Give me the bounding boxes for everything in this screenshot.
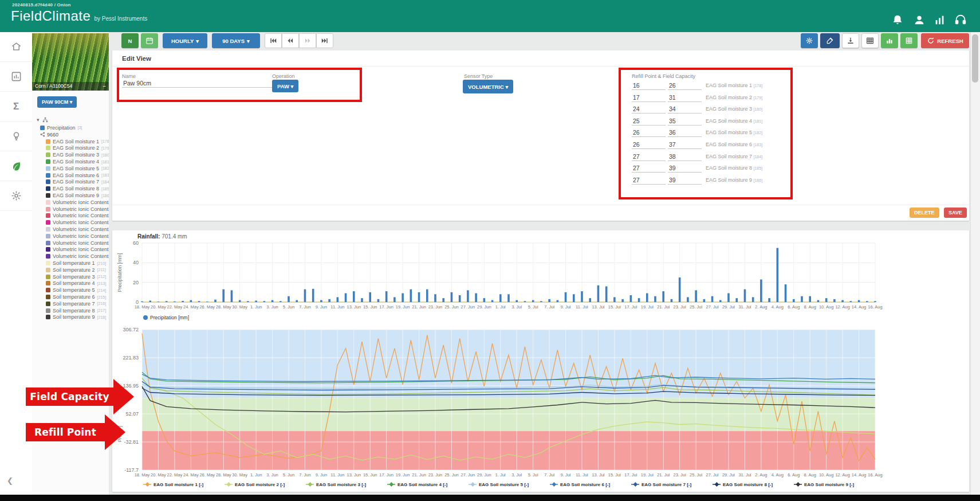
rainfall-legend[interactable]: Precipitation [mm] [143,315,189,320]
field-capacity-input[interactable] [668,117,702,126]
tree-item-soil-temperature[interactable]: Soil temperature 7[216] [36,300,109,307]
refill-point-input[interactable] [632,93,666,102]
settings-gear-icon[interactable] [0,181,32,211]
fast-backward-icon[interactable] [282,33,299,48]
minimize-icon[interactable]: − [103,82,106,91]
refill-point-input[interactable] [632,152,666,161]
svg-text:12. Aug: 12. Aug [835,304,849,310]
stations-icon[interactable] [934,14,946,26]
tree-item-soil-temperature[interactable]: Soil temperature 5[214] [36,287,109,293]
calendar-icon[interactable] [141,33,158,48]
tree-item-volumetric-ionic[interactable]: Volumetric Ionic Content 2[195] [36,206,109,213]
paw-legend-item[interactable]: EAG Soil moisture 2 [-] [225,482,285,487]
fast-forward-icon[interactable] [299,33,316,48]
tree-item-soil-temperature[interactable]: Soil temperature 3[212] [36,273,109,280]
tree-item-soil-moisture[interactable]: EAG Soil moisture 5[182] [36,165,109,172]
tree-item-soil-temperature[interactable]: Soil temperature 1[210] [36,260,109,267]
name-input[interactable] [122,79,272,88]
station-data-icon[interactable] [0,62,32,92]
refill-point-input[interactable] [632,117,666,126]
headset-icon[interactable] [954,14,967,26]
field-capacity-input[interactable] [668,164,702,173]
paw-legend-item[interactable]: EAG Soil moisture 7 [-] [631,482,691,487]
jump-now-button[interactable]: N [121,33,139,48]
svg-text:3. Jul: 3. Jul [511,304,522,310]
tree-item-soil-moisture[interactable]: EAG Soil moisture 1[178] [36,138,109,145]
edit-view-pencil-icon[interactable] [820,33,840,48]
scrollbar-thumb[interactable] [972,34,978,83]
tree-item-soil-temperature[interactable]: Soil temperature 6[215] [36,293,109,300]
paw-legend-item[interactable]: EAG Soil moisture 8 [-] [713,482,773,487]
download-icon[interactable] [842,33,859,48]
tree-item-volumetric-ionic[interactable]: Volumetric Ionic Content 4[197] [36,219,109,226]
field-capacity-input[interactable] [668,93,702,102]
field-capacity-input[interactable] [668,140,702,149]
tree-item-soil-moisture[interactable]: EAG Soil moisture 2[179] [36,145,109,152]
view-selector-button[interactable]: PAW 90CM ▾ [37,96,77,108]
tree-item-volumetric-ionic[interactable]: Volumetric Ionic Content 3[196] [36,213,109,220]
paw-legend-item[interactable]: EAG Soil moisture 3 [-] [306,482,366,487]
collapse-chevron-icon[interactable]: ❮ [7,476,13,485]
tree-item-volumetric-ionic[interactable]: Volumetric Ionic Content 6[199] [36,233,109,240]
refill-point-input[interactable] [632,140,666,149]
tree-item-soil-moisture[interactable]: EAG Soil moisture 3[180] [36,151,109,158]
cropzone-leaf-icon[interactable] [0,151,32,181]
user-icon[interactable] [913,14,926,26]
cumulative-sum-icon[interactable]: Σ [0,92,32,122]
field-capacity-input[interactable] [668,105,702,113]
tree-item-volumetric-ionic[interactable]: Volumetric Ionic Content 1[194] [36,199,109,206]
field-capacity-input[interactable] [668,176,702,185]
refresh-button[interactable]: REFRESH [921,33,969,48]
range-dropdown[interactable]: 90 DAYS ▾ [212,33,260,48]
sensor-color-swatch [46,261,50,265]
charts-canvas: 604020018. May20. May22. May24. May26. M… [112,230,969,492]
tree-item-soil-moisture[interactable]: EAG Soil moisture 6[183] [36,172,109,179]
paw-legend-item[interactable]: EAG Soil moisture 4 [-] [387,482,447,487]
sensor-label: Soil temperature 2 [53,267,95,273]
delete-button[interactable]: DELETE [910,208,939,218]
interval-dropdown[interactable]: HOURLY ▾ [163,33,207,48]
refill-point-input[interactable] [632,164,666,173]
tree-item-precipitation[interactable]: Precipitation[3] [36,124,109,131]
tree-item-soil-moisture[interactable]: EAG Soil moisture 9[186] [36,192,109,199]
tree-item-volumetric-ionic[interactable]: Volumetric Ionic Content 8[201] [36,246,109,253]
tree-item-soil-moisture[interactable]: EAG Soil moisture 4[181] [36,158,109,165]
tree-item-volumetric-ionic[interactable]: Volumetric Ionic Content 7[200] [36,240,109,246]
paw-legend-item[interactable]: EAG Soil moisture 5 [-] [469,482,529,487]
insights-bulb-icon[interactable] [0,122,32,151]
svg-text:4. Aug: 4. Aug [772,472,784,477]
chart-settings-gear-icon[interactable] [801,33,818,48]
field-capacity-input[interactable] [668,128,702,137]
operation-dropdown[interactable]: PAW ▾ [272,80,298,92]
save-button[interactable]: SAVE [944,208,967,218]
tree-item-soil-temperature[interactable]: Soil temperature 2[211] [36,267,109,273]
refill-point-input[interactable] [632,176,666,185]
skip-first-icon[interactable] [265,33,282,48]
tree-group-9660[interactable]: 9660 [36,131,109,138]
tree-item-soil-moisture[interactable]: EAG Soil moisture 8[185] [36,185,109,192]
field-capacity-input[interactable] [668,81,702,90]
data-table-icon[interactable] [861,33,879,48]
paw-legend-item[interactable]: EAG Soil moisture 9 [-] [794,482,854,487]
refill-point-input[interactable] [632,128,666,137]
tree-root[interactable]: ▾ [37,117,109,123]
paw-legend-item[interactable]: EAG Soil moisture 6 [-] [550,482,610,487]
paw-legend-item[interactable]: EAG Soil moisture 1 [-] [143,482,203,487]
field-capacity-input[interactable] [668,152,702,161]
tree-item-soil-moisture[interactable]: EAG Soil moisture 7[184] [36,179,109,186]
chart-view-icon[interactable] [881,33,898,48]
tree-item-volumetric-ionic[interactable]: Volumetric Ionic Content 5[198] [36,226,109,233]
home-icon[interactable] [0,32,32,62]
skip-last-icon[interactable] [316,33,333,48]
sensor-type-dropdown[interactable]: VOLUMETRIC ▾ [463,80,513,93]
tree-item-soil-temperature[interactable]: Soil temperature 4[213] [36,280,109,287]
page-scrollbar[interactable] [970,32,980,501]
refill-point-input[interactable] [632,81,666,90]
tree-item-soil-temperature[interactable]: Soil temperature 8[217] [36,307,109,314]
bell-icon[interactable] [891,14,904,26]
tree-item-volumetric-ionic[interactable]: Volumetric Ionic Content 9[202] [36,253,109,260]
grid-view-icon[interactable] [900,33,918,48]
refill-point-input[interactable] [632,105,666,113]
station-photo[interactable]: Corn / A3100C54 − [32,33,109,91]
tree-item-soil-temperature[interactable]: Soil temperature 9[218] [36,314,109,321]
